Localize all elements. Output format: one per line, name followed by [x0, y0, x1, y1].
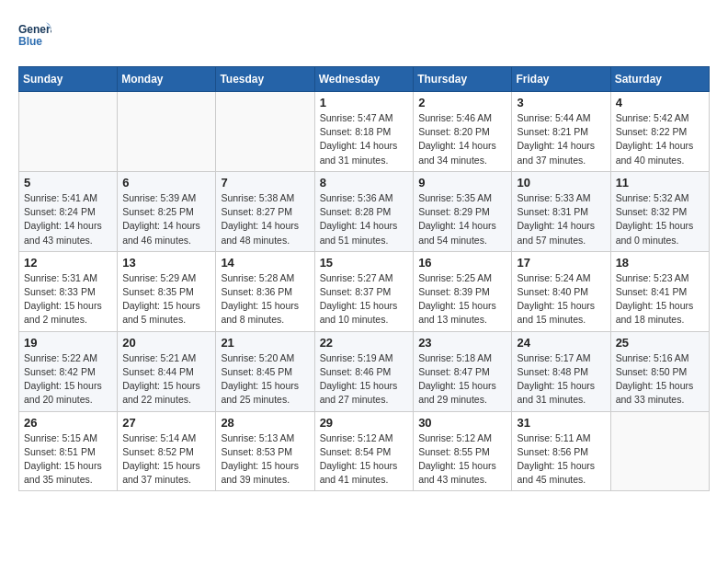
day-info: Sunrise: 5:32 AM Sunset: 8:32 PM Dayligh…	[616, 191, 704, 247]
calendar-cell: 5Sunrise: 5:41 AM Sunset: 8:24 PM Daylig…	[19, 171, 118, 251]
weekday-header-thursday: Thursday	[414, 67, 512, 92]
weekday-header-friday: Friday	[512, 67, 610, 92]
day-number: 31	[517, 416, 605, 430]
calendar-week-row: 12Sunrise: 5:31 AM Sunset: 8:33 PM Dayli…	[19, 251, 710, 331]
day-number: 14	[221, 256, 309, 270]
calendar-cell	[19, 92, 118, 172]
calendar-week-row: 19Sunrise: 5:22 AM Sunset: 8:42 PM Dayli…	[19, 331, 710, 411]
day-info: Sunrise: 5:38 AM Sunset: 8:27 PM Dayligh…	[221, 191, 309, 247]
calendar-cell: 27Sunrise: 5:14 AM Sunset: 8:52 PM Dayli…	[118, 411, 216, 491]
day-number: 30	[418, 416, 506, 430]
day-info: Sunrise: 5:41 AM Sunset: 8:24 PM Dayligh…	[24, 191, 112, 247]
calendar-week-row: 1Sunrise: 5:47 AM Sunset: 8:18 PM Daylig…	[19, 92, 710, 172]
weekday-header-monday: Monday	[118, 67, 216, 92]
weekday-header-saturday: Saturday	[610, 67, 709, 92]
day-number: 2	[418, 96, 506, 109]
day-info: Sunrise: 5:24 AM Sunset: 8:40 PM Dayligh…	[517, 271, 605, 327]
calendar-cell: 25Sunrise: 5:16 AM Sunset: 8:50 PM Dayli…	[610, 331, 709, 411]
calendar-cell: 22Sunrise: 5:19 AM Sunset: 8:46 PM Dayli…	[314, 331, 414, 411]
calendar-table: SundayMondayTuesdayWednesdayThursdayFrid…	[18, 66, 710, 491]
day-number: 12	[24, 256, 112, 270]
day-number: 23	[418, 336, 506, 350]
calendar-cell: 3Sunrise: 5:44 AM Sunset: 8:21 PM Daylig…	[512, 92, 610, 172]
day-number: 22	[320, 336, 409, 350]
day-info: Sunrise: 5:19 AM Sunset: 8:46 PM Dayligh…	[320, 351, 409, 408]
day-info: Sunrise: 5:12 AM Sunset: 8:54 PM Dayligh…	[320, 431, 409, 488]
day-info: Sunrise: 5:23 AM Sunset: 8:41 PM Dayligh…	[616, 271, 704, 327]
day-info: Sunrise: 5:21 AM Sunset: 8:44 PM Dayligh…	[122, 351, 210, 408]
day-info: Sunrise: 5:25 AM Sunset: 8:39 PM Dayligh…	[418, 271, 506, 327]
weekday-header-wednesday: Wednesday	[314, 67, 414, 92]
day-number: 19	[24, 336, 112, 350]
calendar-cell: 18Sunrise: 5:23 AM Sunset: 8:41 PM Dayli…	[610, 251, 709, 331]
day-info: Sunrise: 5:20 AM Sunset: 8:45 PM Dayligh…	[221, 351, 309, 408]
calendar-cell: 4Sunrise: 5:42 AM Sunset: 8:22 PM Daylig…	[610, 92, 709, 172]
logo-svg: General Blue	[18, 18, 51, 52]
day-number: 10	[517, 176, 605, 190]
day-info: Sunrise: 5:17 AM Sunset: 8:48 PM Dayligh…	[517, 351, 605, 408]
day-info: Sunrise: 5:11 AM Sunset: 8:56 PM Dayligh…	[517, 431, 605, 488]
day-info: Sunrise: 5:29 AM Sunset: 8:35 PM Dayligh…	[122, 271, 210, 327]
calendar-cell: 23Sunrise: 5:18 AM Sunset: 8:47 PM Dayli…	[414, 331, 512, 411]
day-number: 5	[24, 176, 112, 190]
calendar-cell: 10Sunrise: 5:33 AM Sunset: 8:31 PM Dayli…	[512, 171, 610, 251]
day-number: 17	[517, 256, 605, 270]
calendar-cell: 21Sunrise: 5:20 AM Sunset: 8:45 PM Dayli…	[216, 331, 314, 411]
day-number: 21	[221, 336, 309, 350]
calendar-cell: 14Sunrise: 5:28 AM Sunset: 8:36 PM Dayli…	[216, 251, 314, 331]
day-number: 26	[24, 416, 112, 430]
weekday-header-sunday: Sunday	[19, 67, 118, 92]
day-number: 4	[616, 96, 704, 109]
day-info: Sunrise: 5:15 AM Sunset: 8:51 PM Dayligh…	[24, 431, 112, 488]
day-number: 3	[517, 96, 605, 109]
day-info: Sunrise: 5:12 AM Sunset: 8:55 PM Dayligh…	[418, 431, 506, 488]
calendar-cell: 17Sunrise: 5:24 AM Sunset: 8:40 PM Dayli…	[512, 251, 610, 331]
day-info: Sunrise: 5:27 AM Sunset: 8:37 PM Dayligh…	[320, 271, 409, 327]
calendar-cell: 26Sunrise: 5:15 AM Sunset: 8:51 PM Dayli…	[19, 411, 118, 491]
calendar-cell: 9Sunrise: 5:35 AM Sunset: 8:29 PM Daylig…	[414, 171, 512, 251]
day-info: Sunrise: 5:18 AM Sunset: 8:47 PM Dayligh…	[418, 351, 506, 408]
weekday-header-row: SundayMondayTuesdayWednesdayThursdayFrid…	[19, 67, 710, 92]
day-info: Sunrise: 5:13 AM Sunset: 8:53 PM Dayligh…	[221, 431, 309, 488]
calendar-cell: 1Sunrise: 5:47 AM Sunset: 8:18 PM Daylig…	[314, 92, 414, 172]
day-number: 15	[320, 256, 409, 270]
day-number: 28	[221, 416, 309, 430]
day-number: 16	[418, 256, 506, 270]
calendar-cell: 16Sunrise: 5:25 AM Sunset: 8:39 PM Dayli…	[414, 251, 512, 331]
calendar-cell: 30Sunrise: 5:12 AM Sunset: 8:55 PM Dayli…	[414, 411, 512, 491]
day-info: Sunrise: 5:44 AM Sunset: 8:21 PM Dayligh…	[517, 111, 605, 167]
calendar-cell: 7Sunrise: 5:38 AM Sunset: 8:27 PM Daylig…	[216, 171, 314, 251]
day-info: Sunrise: 5:31 AM Sunset: 8:33 PM Dayligh…	[24, 271, 112, 327]
calendar-cell: 29Sunrise: 5:12 AM Sunset: 8:54 PM Dayli…	[314, 411, 414, 491]
day-number: 29	[320, 416, 409, 430]
calendar-cell: 19Sunrise: 5:22 AM Sunset: 8:42 PM Dayli…	[19, 331, 118, 411]
day-number: 1	[320, 96, 409, 109]
calendar-cell: 2Sunrise: 5:46 AM Sunset: 8:20 PM Daylig…	[414, 92, 512, 172]
day-number: 13	[122, 256, 210, 270]
day-info: Sunrise: 5:33 AM Sunset: 8:31 PM Dayligh…	[517, 191, 605, 247]
calendar-week-row: 26Sunrise: 5:15 AM Sunset: 8:51 PM Dayli…	[19, 411, 710, 491]
calendar-cell: 13Sunrise: 5:29 AM Sunset: 8:35 PM Dayli…	[118, 251, 216, 331]
day-info: Sunrise: 5:35 AM Sunset: 8:29 PM Dayligh…	[418, 191, 506, 247]
calendar-cell: 6Sunrise: 5:39 AM Sunset: 8:25 PM Daylig…	[118, 171, 216, 251]
day-info: Sunrise: 5:22 AM Sunset: 8:42 PM Dayligh…	[24, 351, 112, 408]
day-info: Sunrise: 5:28 AM Sunset: 8:36 PM Dayligh…	[221, 271, 309, 327]
calendar-cell	[216, 92, 314, 172]
calendar-week-row: 5Sunrise: 5:41 AM Sunset: 8:24 PM Daylig…	[19, 171, 710, 251]
calendar-cell: 24Sunrise: 5:17 AM Sunset: 8:48 PM Dayli…	[512, 331, 610, 411]
calendar-cell	[118, 92, 216, 172]
day-number: 8	[320, 176, 409, 190]
day-number: 6	[122, 176, 210, 190]
day-info: Sunrise: 5:39 AM Sunset: 8:25 PM Dayligh…	[122, 191, 210, 247]
day-number: 18	[616, 256, 704, 270]
calendar-cell: 8Sunrise: 5:36 AM Sunset: 8:28 PM Daylig…	[314, 171, 414, 251]
day-info: Sunrise: 5:46 AM Sunset: 8:20 PM Dayligh…	[418, 111, 506, 167]
calendar-cell: 15Sunrise: 5:27 AM Sunset: 8:37 PM Dayli…	[314, 251, 414, 331]
svg-text:Blue: Blue	[18, 35, 42, 48]
day-number: 24	[517, 336, 605, 350]
day-number: 7	[221, 176, 309, 190]
day-number: 9	[418, 176, 506, 190]
day-number: 11	[616, 176, 704, 190]
day-number: 27	[122, 416, 210, 430]
day-info: Sunrise: 5:36 AM Sunset: 8:28 PM Dayligh…	[320, 191, 409, 247]
